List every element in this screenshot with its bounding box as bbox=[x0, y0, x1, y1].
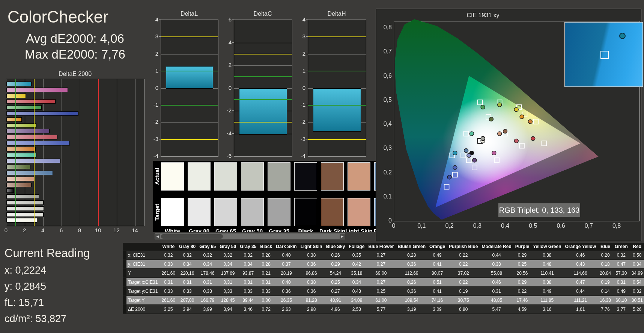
swatch-label-gray-65: Gray 65 bbox=[211, 228, 241, 232]
cie-y-tick-0,7: 0,7 bbox=[378, 48, 392, 55]
table-row: Y261,60220,16178,46137,6993,870,2128,199… bbox=[123, 269, 644, 278]
cie-y-tick-0: 0 bbox=[378, 217, 392, 224]
col-header-blue-sky: Blue Sky bbox=[324, 243, 347, 251]
swatch-label-black: Black bbox=[290, 228, 321, 232]
deltaL-tickmark-2 bbox=[159, 54, 161, 54]
swatch-label-gray-50: Gray 50 bbox=[237, 228, 268, 232]
scroll-left-icon[interactable]: ◀ bbox=[155, 234, 160, 239]
deltaH-tick--1: -1 bbox=[292, 101, 305, 108]
deltaL-tickmark--2 bbox=[159, 122, 161, 122]
deltaH-tickmark--1 bbox=[306, 105, 308, 105]
swatch-label-light-skin: Light Skin bbox=[344, 228, 374, 232]
measured-moderate-red bbox=[514, 139, 518, 143]
cie-x-tick-0,4: 0,4 bbox=[498, 223, 512, 229]
deltaL-tickmark--4 bbox=[159, 156, 161, 156]
grid-4 bbox=[234, 43, 292, 43]
swatch-actual-gray-65 bbox=[214, 162, 237, 191]
col-header-moderate-red: Moderate Red bbox=[480, 243, 513, 251]
cie-y-tick-0,6: 0,6 bbox=[378, 73, 392, 79]
green-ref-1 bbox=[234, 76, 292, 77]
deltaL-tick-0: 0 bbox=[145, 85, 158, 91]
table-row: Target x:CIE310,310,310,310,310,310,310,… bbox=[123, 278, 644, 287]
deltaC-tickmark--6 bbox=[232, 156, 234, 156]
deltaC-chart bbox=[234, 20, 292, 157]
deltaC-title: DeltaC bbox=[234, 11, 292, 17]
measured-dark-skin bbox=[503, 129, 507, 133]
swatch-target-dark-skin bbox=[321, 198, 344, 226]
deltaC-tickmark-2 bbox=[232, 65, 234, 65]
cie-x-tick-0,1: 0,1 bbox=[415, 223, 428, 229]
table-row: Target Y261,60207,00166,79128,4589,440,0… bbox=[123, 296, 644, 305]
gridline-14 bbox=[135, 79, 135, 226]
deltae-bar-foliage bbox=[6, 165, 30, 169]
deltaH-tick-2: 2 bbox=[292, 50, 305, 57]
deltaL-tickmark--1 bbox=[159, 105, 161, 105]
deltaL-tick--4: -4 bbox=[145, 153, 158, 159]
col-header-blue-flower: Blue Flower bbox=[366, 243, 396, 251]
swatch-label-dark-skin: Dark Skin bbox=[317, 228, 348, 232]
grid-2 bbox=[308, 54, 366, 54]
cie-chart-panel: CIE 1931 xy 00,10,20,30,40,50,60,70,800,… bbox=[376, 9, 641, 241]
deltaH-tick-0: 0 bbox=[292, 85, 305, 91]
scroll-right-icon[interactable]: ▶ bbox=[340, 234, 345, 239]
deltae-bar-dark-skin bbox=[6, 183, 32, 187]
measured-foliage bbox=[489, 117, 493, 121]
col-header-purplish-blue: Purplish Blue bbox=[447, 243, 480, 251]
gridline-6 bbox=[62, 79, 62, 226]
swatch-actual-gray-50 bbox=[241, 162, 264, 191]
deltae-bar-cyan bbox=[6, 82, 32, 86]
inset-measured-dot bbox=[619, 33, 626, 39]
rgb-triplet-badge: RGB Triplet: 0, 133, 163 bbox=[498, 203, 580, 217]
measured-yellow bbox=[514, 107, 518, 112]
deltae-bar-orange-yellow bbox=[6, 117, 22, 122]
col-header-light-skin: Light Skin bbox=[299, 243, 324, 251]
swatch-target-black bbox=[294, 198, 317, 226]
green-ref--1 bbox=[161, 105, 218, 106]
deltaH-tickmark--4 bbox=[306, 156, 308, 156]
deltae-bar-orange bbox=[6, 147, 36, 151]
deltae-bar-gray-50 bbox=[6, 200, 44, 205]
swatch-actual-gray-35 bbox=[268, 162, 290, 191]
deltaC-tickmark-0 bbox=[232, 88, 234, 88]
swatch-label-white: White bbox=[157, 228, 188, 232]
col-header-gray-80: Gray 80 bbox=[177, 243, 197, 251]
table-row: Target y:CIE310,330,330,330,330,330,330,… bbox=[123, 287, 644, 296]
deltae-bar-green bbox=[6, 105, 42, 110]
deltae-bar-yellow-green bbox=[6, 123, 36, 128]
deltaL-chart bbox=[161, 20, 218, 157]
deltaC-tick-4: 4 bbox=[218, 39, 232, 45]
deltaL-tick--3: -3 bbox=[145, 136, 158, 142]
col-header-blue: Blue bbox=[598, 243, 613, 251]
row-label: Target x:CIE31 bbox=[126, 278, 159, 287]
swatch-target-gray-35 bbox=[268, 198, 290, 226]
col-header-dark-skin: Dark Skin bbox=[274, 243, 298, 251]
measured-gray-35 bbox=[481, 136, 485, 141]
measured-blue bbox=[447, 175, 451, 179]
row-label: Target Y bbox=[126, 296, 159, 305]
measured-orange-yellow bbox=[520, 115, 524, 119]
deltaL-bar bbox=[166, 66, 213, 89]
col-header-orange-yellow: Orange Yellow bbox=[563, 243, 598, 251]
deltaC-bar bbox=[239, 88, 287, 135]
swatch-row-label-target: Target bbox=[154, 198, 160, 226]
swatch-scrollbar[interactable]: ◀ ▶ bbox=[155, 233, 345, 239]
swatch-target-white bbox=[161, 198, 184, 226]
swatch-target-gray-65 bbox=[214, 198, 237, 226]
deltaH-tick--2: -2 bbox=[292, 118, 305, 125]
col-header-white: White bbox=[159, 243, 177, 251]
measured-light-skin bbox=[498, 132, 502, 136]
swatch-label-gray-80: Gray 80 bbox=[184, 228, 214, 232]
green-ref-1 bbox=[161, 71, 218, 71]
current-reading-3: cd/m²: 53,827 bbox=[5, 313, 66, 325]
ref-line-3 bbox=[34, 79, 35, 226]
deltae-bar-white bbox=[6, 218, 37, 223]
table-row: ΔE 20003,253,943,993,943,460,722,632,984… bbox=[123, 305, 644, 314]
cie-y-tick-0,2: 0,2 bbox=[378, 169, 392, 176]
scrollbar-thumb[interactable] bbox=[161, 234, 223, 239]
deltaH-chart bbox=[308, 20, 366, 157]
deltae-bar-light-skin bbox=[6, 177, 35, 181]
swatch-actual-dark-skin bbox=[321, 162, 344, 191]
yellow-ref-3 bbox=[308, 36, 366, 37]
cie-y-tick-0,3: 0,3 bbox=[378, 145, 392, 151]
measured-purple bbox=[472, 158, 477, 162]
